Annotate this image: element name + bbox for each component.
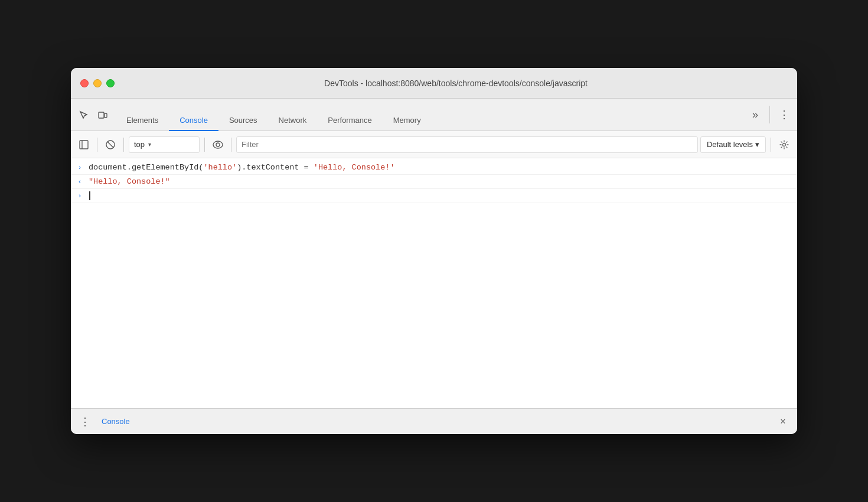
inspect-element-button[interactable] <box>76 107 92 123</box>
bottom-menu-button[interactable]: ⋮ <box>78 415 92 429</box>
devtools-menu-button[interactable]: ⋮ <box>776 106 792 123</box>
svg-point-6 <box>213 141 223 148</box>
code-segment-4: 'Hello, Console!' <box>314 163 395 172</box>
traffic-lights <box>80 79 115 87</box>
svg-rect-2 <box>80 141 88 149</box>
tab-sources[interactable]: Sources <box>218 110 268 131</box>
maximize-button[interactable] <box>106 79 115 87</box>
text-cursor <box>89 191 90 200</box>
filter-input[interactable] <box>236 136 698 153</box>
toolbar-separator-1 <box>97 138 97 152</box>
more-tabs-button[interactable]: » <box>747 106 763 123</box>
tab-memory[interactable]: Memory <box>383 110 432 131</box>
current-input-chevron[interactable]: › <box>71 191 89 200</box>
console-input-line: › document.getElementById('hello').textC… <box>71 161 797 175</box>
console-output-line: ‹ "Hello, Console!" <box>71 175 797 189</box>
levels-arrow: ▾ <box>755 140 759 149</box>
log-levels-button[interactable]: Default levels ▾ <box>700 136 766 153</box>
svg-rect-0 <box>99 112 104 118</box>
tab-elements[interactable]: Elements <box>116 110 169 131</box>
console-settings-button[interactable] <box>776 136 792 153</box>
console-output[interactable]: › document.getElementById('hello').textC… <box>71 158 797 408</box>
context-selector[interactable]: top ▾ <box>129 136 200 153</box>
tab-console[interactable]: Console <box>169 110 218 131</box>
tabs: Elements Console Sources Network Perform… <box>116 110 747 131</box>
tab-performance[interactable]: Performance <box>317 110 382 131</box>
separator <box>769 106 770 123</box>
context-label: top <box>134 140 145 149</box>
console-return-value: "Hello, Console!" <box>89 177 792 186</box>
tab-bar-left-icons <box>76 107 111 131</box>
input-chevron[interactable]: › <box>71 163 89 171</box>
close-button[interactable] <box>80 79 89 87</box>
console-current-text[interactable] <box>89 191 792 200</box>
console-input-text: document.getElementById('hello').textCon… <box>89 163 792 172</box>
bottom-close-button[interactable]: × <box>776 415 790 429</box>
context-dropdown-arrow: ▾ <box>148 141 151 148</box>
bottom-bar: ⋮ Console × <box>71 408 797 434</box>
clear-console-button[interactable] <box>102 136 119 153</box>
toolbar-separator-4 <box>231 138 231 152</box>
code-segment-3: ).textContent = <box>237 163 314 172</box>
tab-bar-right: » ⋮ <box>747 106 792 131</box>
console-toolbar: top ▾ Default levels ▾ <box>71 131 797 158</box>
bottom-tab-label: Console <box>102 417 130 426</box>
code-segment-1: document.getElementById( <box>89 163 203 172</box>
toolbar-separator-3 <box>204 138 205 152</box>
device-toolbar-button[interactable] <box>94 107 111 123</box>
live-expression-button[interactable] <box>210 136 226 153</box>
title-bar: DevTools - localhost:8080/web/tools/chro… <box>71 68 797 99</box>
svg-rect-1 <box>105 113 107 118</box>
bottom-console-tab[interactable]: Console <box>92 412 139 431</box>
levels-label: Default levels <box>707 140 753 149</box>
tab-bar: Elements Console Sources Network Perform… <box>71 99 797 131</box>
tab-network[interactable]: Network <box>268 110 318 131</box>
svg-line-5 <box>107 142 113 148</box>
toolbar-separator-5 <box>771 138 771 152</box>
devtools-window: DevTools - localhost:8080/web/tools/chro… <box>71 68 797 434</box>
toolbar-separator-2 <box>123 138 124 152</box>
console-current-input[interactable]: › <box>71 189 797 203</box>
minimize-button[interactable] <box>93 79 102 87</box>
code-segment-2: 'hello' <box>203 163 237 172</box>
svg-point-8 <box>783 143 786 146</box>
window-title: DevTools - localhost:8080/web/tools/chro… <box>124 79 788 88</box>
svg-point-7 <box>216 143 220 146</box>
output-chevron: ‹ <box>71 177 89 185</box>
sidebar-toggle-button[interactable] <box>76 136 92 153</box>
